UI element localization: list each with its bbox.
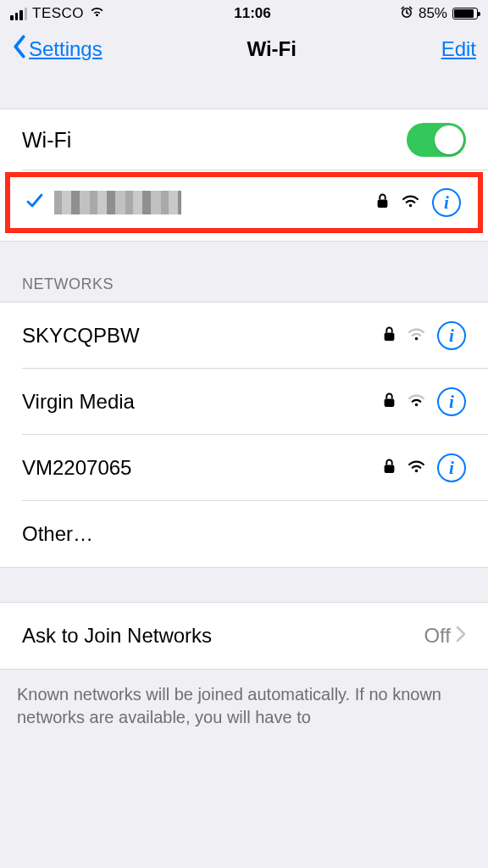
nav-bar: Settings Wi-Fi Edit: [0, 24, 488, 75]
network-row[interactable]: SKYCQPBW i: [0, 303, 488, 369]
connected-network-icons: i: [376, 188, 461, 217]
info-button[interactable]: i: [437, 321, 466, 350]
wifi-toggle-label: Wi-Fi: [22, 128, 407, 153]
networks-list: SKYCQPBW i Virgin Media i VM2207065 i Ot…: [0, 302, 488, 568]
page-title: Wi-Fi: [247, 37, 296, 61]
toggle-knob: [435, 125, 463, 154]
lock-icon: [383, 392, 396, 412]
battery-percentage: 85%: [419, 5, 447, 22]
connected-network-name-redacted: [54, 191, 181, 214]
wifi-toggle[interactable]: [407, 123, 466, 157]
checkmark-icon: [25, 192, 44, 214]
network-icons: i: [383, 387, 466, 416]
network-name: SKYCQPBW: [22, 324, 383, 348]
wifi-toggle-section: Wi-Fi i: [0, 108, 488, 242]
info-button[interactable]: i: [437, 387, 466, 416]
info-button[interactable]: i: [437, 453, 466, 482]
ask-to-join-section: Ask to Join Networks Off: [0, 602, 488, 670]
footer-description: Known networks will be joined automatica…: [0, 670, 488, 729]
svg-rect-1: [378, 199, 388, 208]
wifi-signal-icon: [401, 193, 420, 212]
wifi-toggle-row: Wi-Fi: [0, 109, 488, 170]
ask-value: Off: [424, 624, 451, 648]
info-button[interactable]: i: [432, 188, 461, 217]
connected-network-row[interactable]: i: [10, 177, 478, 228]
status-right: 85%: [400, 5, 478, 23]
other-network-row[interactable]: Other…: [0, 501, 488, 567]
status-time: 11:06: [234, 5, 270, 22]
wifi-signal-icon: [407, 392, 426, 411]
back-button[interactable]: Settings: [12, 35, 103, 64]
svg-rect-2: [385, 332, 395, 341]
svg-rect-4: [385, 465, 395, 473]
lock-icon: [383, 326, 396, 346]
svg-rect-3: [385, 398, 395, 407]
network-row[interactable]: Virgin Media i: [0, 369, 488, 435]
other-label: Other…: [22, 522, 466, 546]
chevron-right-icon: [456, 626, 466, 646]
status-bar: TESCO 11:06 85%: [0, 0, 488, 24]
ask-label: Ask to Join Networks: [22, 624, 424, 648]
network-icons: i: [383, 321, 466, 350]
network-name: VM2207065: [22, 456, 383, 480]
lock-icon: [376, 192, 389, 213]
battery-fill: [454, 9, 474, 18]
network-row[interactable]: VM2207065 i: [0, 435, 488, 501]
connected-network-highlight: i: [5, 172, 483, 233]
wifi-signal-icon: [407, 459, 426, 477]
carrier-label: TESCO: [32, 5, 84, 22]
lock-icon: [383, 458, 396, 478]
wifi-status-icon: [89, 5, 105, 22]
back-label: Settings: [29, 37, 103, 61]
network-icons: i: [383, 453, 466, 482]
chevron-left-icon: [12, 35, 27, 64]
cellular-signal-icon: [10, 8, 27, 20]
status-left: TESCO: [10, 5, 105, 22]
alarm-icon: [400, 5, 413, 23]
wifi-signal-icon: [407, 326, 426, 345]
battery-icon: [452, 8, 478, 19]
ask-to-join-row[interactable]: Ask to Join Networks Off: [0, 603, 488, 669]
network-name: Virgin Media: [22, 390, 383, 414]
edit-button[interactable]: Edit: [441, 37, 476, 61]
networks-section-header: NETWORKS: [0, 242, 488, 302]
